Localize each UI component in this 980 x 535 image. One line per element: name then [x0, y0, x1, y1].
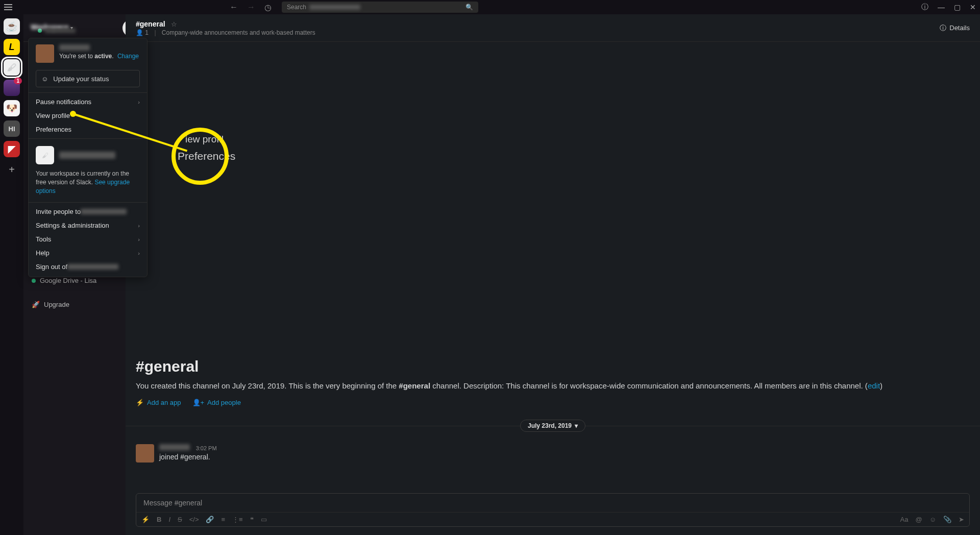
- menu-view-profile[interactable]: View profile: [29, 109, 147, 123]
- menu-sign-out[interactable]: Sign out of: [29, 260, 147, 274]
- attach-icon[interactable]: 📎: [943, 516, 951, 523]
- search-context-blur: [309, 5, 360, 10]
- chevron-right-icon: ›: [138, 99, 140, 105]
- workspace-icon: 🖌: [36, 146, 54, 164]
- member-count[interactable]: 1: [145, 29, 149, 36]
- mention-icon[interactable]: @: [916, 516, 922, 523]
- history-nav: ← → ◷: [230, 3, 272, 12]
- help-icon[interactable]: ⓘ: [921, 3, 928, 12]
- info-icon: ⓘ: [940, 23, 946, 33]
- message-author-blur[interactable]: [159, 444, 190, 450]
- chevron-down-icon: ▾: [575, 422, 578, 429]
- message-row: 3:02 PM joined #general.: [136, 444, 217, 463]
- menu-divider: [29, 138, 147, 139]
- workspace-4[interactable]: 1: [4, 80, 20, 96]
- chevron-right-icon: ›: [138, 223, 140, 229]
- unread-badge: 1: [14, 78, 22, 84]
- link-icon[interactable]: 🔗: [206, 516, 214, 523]
- edit-description-link[interactable]: edit: [868, 381, 880, 390]
- italic-icon[interactable]: I: [168, 516, 170, 523]
- menu-divider: [29, 92, 147, 93]
- lightning-icon: ⚡: [136, 399, 144, 406]
- upgrade-label: Upgrade: [44, 301, 69, 308]
- channel-topic[interactable]: Company-wide announcements and work-base…: [162, 29, 315, 36]
- members-icon[interactable]: 👤: [136, 29, 143, 36]
- message-text: joined #general.: [159, 453, 217, 461]
- channel-header: #general ☆ 👤 1 | Company-wide announceme…: [126, 14, 980, 42]
- channel-body: #general You created this channel on Jul…: [126, 42, 980, 493]
- rocket-icon: 🚀: [32, 301, 40, 308]
- app-label: Google Drive - Lisa: [40, 277, 96, 284]
- history-clock-icon[interactable]: ◷: [264, 3, 272, 12]
- update-status-label: Update your status: [53, 75, 109, 83]
- workspace-1[interactable]: ☕: [4, 18, 20, 35]
- menu-tools[interactable]: Tools›: [29, 232, 147, 246]
- change-status-link[interactable]: Change: [117, 53, 139, 60]
- workspace-rail: ☕ L 🖌 1 🐶 HI ◤ +: [0, 14, 23, 535]
- date-divider: July 23rd, 2019 ▾: [126, 420, 980, 432]
- workspace-name-blur: [81, 209, 127, 214]
- workspace-5[interactable]: 🐶: [4, 100, 20, 116]
- message-time: 3:02 PM: [196, 445, 217, 451]
- message-avatar[interactable]: [136, 444, 154, 463]
- channel-name[interactable]: #general: [136, 20, 165, 28]
- menu-free-note: Your workspace is currently on the free …: [29, 169, 147, 200]
- menu-help[interactable]: Help›: [29, 246, 147, 260]
- ul-icon[interactable]: ⋮≡: [232, 516, 243, 523]
- composer-toolbar: ⚡ B I S </> 🔗 ≡ ⋮≡ ❝ ▭ Aa @ ☺ 📎 ➤: [136, 512, 969, 526]
- window-controls: ⓘ — ▢ ✕: [921, 3, 976, 12]
- menu-user-info: You're set to active. Change: [59, 44, 139, 63]
- forward-icon[interactable]: →: [247, 3, 255, 12]
- code-icon[interactable]: </>: [189, 516, 199, 523]
- username-blur: [45, 28, 76, 33]
- chevron-right-icon: ›: [138, 250, 140, 256]
- menu-settings-admin[interactable]: Settings & administration›: [29, 218, 147, 232]
- details-button[interactable]: ⓘ Details: [940, 23, 970, 33]
- menu-invite-people[interactable]: Invite people to: [29, 205, 147, 218]
- close-icon[interactable]: ✕: [970, 3, 976, 11]
- smile-icon: ☺: [41, 75, 48, 83]
- intro-body: You created this channel on July 23rd, 2…: [136, 380, 970, 392]
- back-icon[interactable]: ←: [230, 3, 238, 12]
- search-input[interactable]: Search 🔍: [282, 2, 478, 13]
- format-icon[interactable]: Aa: [900, 516, 909, 523]
- add-app-link[interactable]: ⚡Add an app: [136, 399, 181, 406]
- main-panel: #general ☆ 👤 1 | Company-wide announceme…: [126, 14, 980, 535]
- codeblock-icon[interactable]: ▭: [261, 516, 267, 523]
- composer-input[interactable]: Message #general: [136, 494, 969, 512]
- send-icon[interactable]: ➤: [959, 516, 964, 523]
- add-workspace-button[interactable]: +: [4, 161, 20, 178]
- workspace-6[interactable]: HI: [4, 120, 20, 137]
- lightning-icon[interactable]: ⚡: [141, 516, 150, 523]
- channel-intro: #general You created this channel on Jul…: [136, 358, 970, 407]
- maximize-icon[interactable]: ▢: [954, 3, 961, 11]
- intro-heading: #general: [136, 358, 970, 375]
- strike-icon[interactable]: S: [178, 516, 182, 523]
- workspace-menu: You're set to active. Change ☺ Update yo…: [28, 38, 148, 277]
- update-status-button[interactable]: ☺ Update your status: [36, 70, 140, 87]
- quote-icon[interactable]: ❝: [250, 516, 254, 523]
- menu-pause-notifications[interactable]: Pause notifications›: [29, 95, 147, 109]
- search-icon: 🔍: [465, 4, 473, 11]
- workspace-selected[interactable]: 🖌: [4, 59, 20, 76]
- emoji-icon[interactable]: ☺: [929, 516, 936, 523]
- message-composer[interactable]: Message #general ⚡ B I S </> 🔗 ≡ ⋮≡ ❝ ▭ …: [136, 493, 970, 527]
- intro-links: ⚡Add an app 👤+Add people: [136, 399, 970, 406]
- ol-icon[interactable]: ≡: [221, 516, 225, 523]
- person-plus-icon: 👤+: [192, 399, 205, 406]
- menu-user-row: You're set to active. Change: [29, 44, 147, 68]
- add-people-link[interactable]: 👤+Add people: [192, 399, 241, 406]
- menu-divider: [29, 202, 147, 203]
- bold-icon[interactable]: B: [157, 516, 161, 523]
- hamburger-menu-icon[interactable]: [4, 4, 12, 10]
- menu-preferences[interactable]: Preferences: [29, 123, 147, 136]
- date-pill[interactable]: July 23rd, 2019 ▾: [520, 420, 585, 432]
- active-status: You're set to active. Change: [59, 53, 139, 60]
- workspace-7[interactable]: ◤: [4, 141, 20, 157]
- minimize-icon[interactable]: —: [938, 3, 945, 11]
- star-icon[interactable]: ☆: [171, 20, 177, 28]
- workspace-2[interactable]: L: [4, 39, 20, 55]
- search-placeholder: Search: [287, 4, 306, 11]
- sidebar-upgrade[interactable]: 🚀 Upgrade: [23, 299, 126, 310]
- titlebar: ← → ◷ Search 🔍 ⓘ — ▢ ✕: [0, 0, 980, 14]
